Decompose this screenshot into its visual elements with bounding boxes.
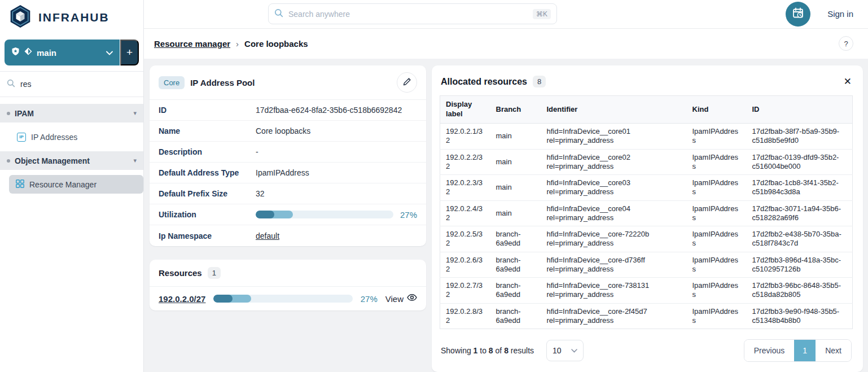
table-row[interactable]: 192.0.2.5/32 branch-6a9edd hfid=InfraDev… [440, 226, 853, 252]
cell-id: 17d2fbb3-96bc-8648-35b5-c518da82b805 [747, 278, 853, 304]
ip-address-icon: IP [17, 133, 26, 142]
cell-identifier: hfid=InfraDevice__core-738131 rel=primar… [541, 278, 687, 304]
cell-identifier: hfid=InfraDevice__core-72220b rel=primar… [541, 226, 687, 252]
resource-progress-bar [213, 295, 352, 303]
results-summary: Showing 1 to 8 of 8 results [441, 346, 534, 355]
chevron-down-icon [571, 347, 577, 354]
table-row[interactable]: 192.0.2.2/32 main hfid=InfraDevice__core… [440, 149, 853, 175]
sign-in-button[interactable]: Sign in [827, 9, 853, 19]
cell-identifier: hfid=InfraDevice__core02 rel=primary_add… [541, 149, 687, 175]
field-value: - [256, 147, 258, 156]
allocated-panel-header: Allocated resources 8 ✕ [440, 73, 853, 95]
cell-kind: IpamIPAddress [687, 226, 747, 252]
progress-dark-segment [213, 295, 232, 303]
cell-id: 17d2fbb2-e438-5b70-35ba-c518f7843c7d [747, 226, 853, 252]
table-row[interactable]: 192.0.2.1/32 main hfid=InfraDevice__core… [440, 124, 853, 150]
table-row[interactable]: 192.0.2.7/32 branch-6a9edd hfid=InfraDev… [440, 278, 853, 304]
global-search-placeholder: Search anywhere [288, 10, 528, 19]
field-value: IpamIPAddress [256, 168, 309, 177]
page-title: Core loopbacks [244, 39, 308, 49]
topbar-actions: Sign in [786, 2, 853, 27]
branch-name: main [37, 48, 102, 58]
logo-text: INFRAHUB [38, 11, 109, 24]
cell-display-label: 192.0.2.5/32 [440, 226, 490, 252]
sidebar-item-ip-addresses[interactable]: IP IP Addresses [0, 128, 143, 146]
cell-display-label: 192.0.2.1/32 [440, 124, 490, 150]
cell-identifier: hfid=InfraDevice__core01 rel=primary_add… [541, 124, 687, 150]
grid-icon [16, 180, 24, 190]
shortcut-badge: ⌘K [533, 9, 551, 19]
column-identifier: Identifier [541, 96, 687, 124]
main-area: Search anywhere ⌘K Sign in Resource mana… [144, 0, 868, 372]
search-icon [7, 79, 15, 90]
cell-kind: IpamIPAddress [687, 278, 747, 304]
table-footer: Showing 1 to 8 of 8 results 10 [440, 339, 853, 362]
allocated-table-body: 192.0.2.1/32 main hfid=InfraDevice__core… [440, 124, 853, 329]
search-icon [274, 8, 283, 20]
resource-prefix-link[interactable]: 192.0.2.0/27 [159, 294, 205, 304]
resources-card-header: Resources 1 [150, 260, 426, 287]
add-branch-button[interactable]: + [120, 40, 139, 65]
eye-icon [407, 294, 417, 304]
table-row[interactable]: 192.0.2.4/32 main hfid=InfraDevice__core… [440, 200, 853, 226]
resources-card: Resources 1 192.0.2.0/27 27% View [150, 260, 426, 310]
sidebar-item-resource-manager[interactable]: Resource Manager [9, 175, 143, 194]
column-display-label: Display label [440, 96, 490, 124]
logo[interactable]: INFRAHUB [0, 0, 143, 35]
allocated-title: Allocated resources [441, 77, 527, 87]
sidebar-nav: IPAM ▾ IP IP Addresses Object Management… [0, 97, 143, 199]
resource-percent: 27% [361, 294, 378, 304]
help-button[interactable]: ? [839, 36, 853, 51]
close-icon[interactable]: ✕ [844, 77, 852, 86]
allocated-count-badge: 8 [533, 76, 546, 87]
pool-detail-card: Core IP Address Pool ID 17d2fbaa-e624-8f… [150, 65, 426, 246]
utilization-percent: 27% [400, 210, 417, 220]
cell-id: 17d2fbac-3071-1a94-35b6-c518282a69f6 [747, 200, 853, 226]
field-value: Core loopbacks [256, 126, 310, 135]
field-label: Default Prefix Size [159, 189, 256, 198]
calendar-clock-icon [792, 7, 804, 21]
branch-icon [24, 47, 32, 58]
sidebar-search [0, 71, 143, 97]
branch-selector[interactable]: main [5, 40, 120, 65]
breadcrumb: Resource manager › Core loopbacks ? [144, 29, 868, 59]
next-page-button[interactable]: Next [816, 340, 851, 361]
breadcrumb-parent-link[interactable]: Resource manager [154, 39, 230, 49]
sidebar-search-input[interactable] [20, 80, 137, 89]
collapse-arrow-icon: ▾ [133, 157, 137, 164]
sidebar-section-object-management[interactable]: Object Management ▾ [0, 151, 143, 170]
cell-display-label: 192.0.2.3/32 [440, 175, 490, 201]
allocated-table: Display label Branch Identifier Kind ID … [440, 95, 853, 329]
cell-kind: IpamIPAddress [687, 124, 747, 150]
core-badge: Core [159, 76, 185, 89]
field-label: Description [159, 147, 256, 156]
table-row[interactable]: 192.0.2.6/32 branch-6a9edd hfid=InfraDev… [440, 252, 853, 278]
field-label: Default Address Type [159, 168, 256, 177]
global-search[interactable]: Search anywhere ⌘K [268, 3, 557, 24]
sidebar-section-ipam[interactable]: IPAM ▾ [0, 104, 143, 122]
resources-title: Resources [159, 268, 202, 278]
cell-id: 17d2fbac-1cb8-3f41-35b2-c51b984c3d8a [747, 175, 853, 201]
edit-pool-button[interactable] [397, 72, 417, 93]
previous-page-button[interactable]: Previous [744, 340, 794, 361]
table-header-row: Display label Branch Identifier Kind ID [440, 96, 853, 124]
page-size-select[interactable]: 10 [546, 340, 584, 361]
schedule-button[interactable] [786, 2, 810, 27]
pool-card-header: Core IP Address Pool [150, 65, 426, 100]
sidebar-item-label: IP Addresses [31, 133, 77, 142]
branch-selector-row: main + [0, 35, 143, 71]
view-resource-button[interactable]: View [385, 294, 417, 304]
progress-dark-segment [256, 211, 274, 218]
pool-field-ip-namespace: Ip Namespace default [150, 225, 426, 246]
table-row[interactable]: 192.0.2.3/32 main hfid=InfraDevice__core… [440, 175, 853, 201]
column-branch: Branch [490, 96, 541, 124]
sidebar-item-label: Resource Manager [29, 180, 97, 189]
cell-branch: main [490, 124, 541, 150]
cell-identifier: hfid=InfraDevice__core04 rel=primary_add… [541, 200, 687, 226]
table-row[interactable]: 192.0.2.8/32 branch-6a9edd hfid=InfraDev… [440, 303, 853, 329]
pool-field-id: ID 17d2fbaa-e624-8fa2-35b6-c518b6692842 [150, 100, 426, 121]
page-1-button[interactable]: 1 [794, 340, 816, 361]
cell-id: 17d2fbac-0139-dfd9-35b2-c516004be000 [747, 149, 853, 175]
ip-namespace-link[interactable]: default [256, 231, 279, 240]
resource-row: 192.0.2.0/27 27% View [150, 287, 426, 310]
